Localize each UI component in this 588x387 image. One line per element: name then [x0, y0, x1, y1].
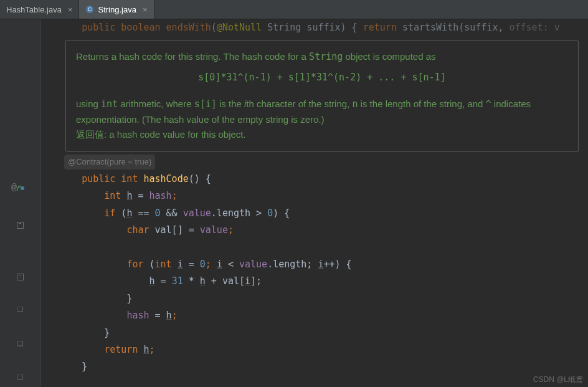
class-icon: C — [85, 5, 94, 14]
file-label: String.java — [98, 5, 136, 14]
svg-rect-5 — [17, 375, 22, 380]
editor[interactable]: @ public boolean endsWith(@NotNull Strin… — [0, 19, 588, 387]
fold-end-icon[interactable] — [0, 307, 40, 312]
fold-icon[interactable] — [0, 222, 40, 229]
tab-string[interactable]: C String.java × — [79, 0, 154, 19]
file-label: HashTable.java — [6, 5, 62, 14]
javadoc-line: Returns a hash code for this string. The… — [76, 49, 568, 65]
close-icon[interactable]: × — [68, 5, 73, 14]
javadoc-return: 返回值: a hash code value for this object. — [76, 127, 568, 143]
close-icon[interactable]: × — [143, 5, 148, 14]
fold-end-icon[interactable] — [0, 375, 40, 380]
gutter: @ — [0, 19, 41, 387]
implements-icon[interactable] — [0, 184, 40, 192]
tab-bar: HashTable.java × C String.java × — [0, 0, 588, 19]
tab-hashtable[interactable]: HashTable.java × — [0, 0, 79, 19]
watermark: CSDN @L纸鸢 — [533, 375, 583, 385]
svg-rect-3 — [17, 307, 22, 312]
svg-text:C: C — [88, 6, 92, 12]
javadoc-block: Returns a hash code for this string. The… — [65, 40, 579, 152]
javadoc-line: using int arithmetic, where s[i] is the … — [76, 97, 568, 128]
code-line: @Contract(pure = true) public int hashCo… — [59, 153, 588, 376]
javadoc-formula: s[0]*31^(n-1) + s[1]*31^(n-2) + ... + s[… — [76, 70, 568, 85]
code-area[interactable]: public boolean endsWith(@NotNull String … — [40, 19, 588, 376]
svg-rect-4 — [17, 341, 22, 346]
contract-inlay: @Contract(pure = true) — [64, 155, 155, 170]
code-line: public boolean endsWith(@NotNull String … — [59, 19, 588, 36]
fold-icon[interactable] — [0, 274, 40, 280]
svg-point-2 — [21, 186, 24, 190]
fold-end-icon[interactable] — [0, 341, 40, 346]
at-marker: @ — [11, 183, 17, 193]
